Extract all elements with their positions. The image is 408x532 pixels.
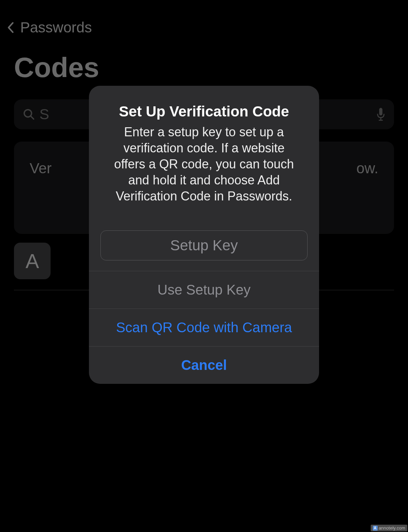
back-button-label[interactable]: Passwords xyxy=(20,19,92,36)
svg-rect-2 xyxy=(379,108,382,116)
watermark-icon: A xyxy=(373,526,378,531)
setup-key-input[interactable] xyxy=(100,230,308,260)
alert-body: Set Up Verification Code Enter a setup k… xyxy=(89,86,319,213)
back-chevron-icon[interactable] xyxy=(7,22,14,33)
svg-line-1 xyxy=(31,116,33,119)
search-icon xyxy=(23,108,35,121)
nav-bar: Passwords xyxy=(0,0,408,43)
verification-code-alert: Set Up Verification Code Enter a setup k… xyxy=(89,86,319,384)
info-text-suffix: ow. xyxy=(356,159,378,178)
cancel-button[interactable]: Cancel xyxy=(89,346,319,384)
use-setup-key-button[interactable]: Use Setup Key xyxy=(89,271,319,309)
setup-key-input-wrapper xyxy=(89,213,319,271)
info-text-prefix: Ver xyxy=(30,159,52,178)
microphone-icon[interactable] xyxy=(376,107,385,121)
alert-title: Set Up Verification Code xyxy=(103,103,305,120)
watermark: A annotely.com xyxy=(371,525,407,531)
section-letter-badge[interactable]: A xyxy=(14,243,51,279)
watermark-text: annotely.com xyxy=(379,525,405,531)
scan-qr-code-button[interactable]: Scan QR Code with Camera xyxy=(89,309,319,346)
alert-description: Enter a setup key to set up a verificati… xyxy=(103,124,305,204)
